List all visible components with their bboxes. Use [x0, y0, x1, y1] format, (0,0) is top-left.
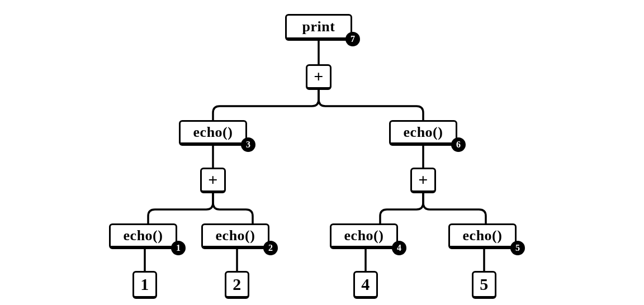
- eval-order-badge: 1: [171, 241, 186, 255]
- node-print-root: print: [285, 14, 352, 41]
- node-echo-4: echo(): [330, 223, 398, 249]
- node-literal-4: 4: [353, 271, 378, 299]
- node-label: +: [418, 171, 428, 188]
- tree-edges: [0, 0, 644, 305]
- node-echo-left: echo(): [179, 120, 247, 146]
- node-label: +: [314, 68, 324, 85]
- node-label: echo(): [216, 227, 255, 244]
- eval-order-badge: 4: [392, 241, 406, 255]
- eval-order-badge: 2: [263, 241, 278, 255]
- node-label: +: [208, 171, 218, 188]
- node-label: 5: [480, 275, 489, 294]
- eval-order-badge: 7: [345, 32, 360, 46]
- eval-order-badge: 6: [451, 137, 466, 152]
- node-echo-1: echo(): [109, 223, 177, 249]
- node-literal-5: 5: [472, 271, 496, 299]
- node-plus-right: +: [410, 168, 436, 193]
- node-label: 1: [140, 275, 149, 294]
- node-echo-5: echo(): [448, 223, 517, 249]
- node-label: echo(): [124, 227, 163, 244]
- node-label: print: [302, 18, 335, 35]
- node-label: echo(): [193, 124, 233, 141]
- node-label: echo(): [463, 227, 503, 244]
- node-literal-1: 1: [132, 271, 157, 299]
- node-label: 2: [233, 275, 242, 294]
- eval-order-badge: 5: [510, 241, 525, 255]
- node-plus-top: +: [306, 64, 332, 90]
- node-label: echo(): [404, 124, 443, 141]
- node-echo-2: echo(): [201, 223, 269, 249]
- eval-order-badge: 3: [241, 137, 255, 152]
- expression-tree-diagram: { "diagram": { "type": "expression-tree"…: [0, 0, 644, 305]
- node-label: 4: [361, 275, 370, 294]
- node-echo-right: echo(): [389, 120, 457, 146]
- node-label: echo(): [344, 227, 384, 244]
- node-plus-left: +: [200, 168, 226, 193]
- node-literal-2: 2: [225, 271, 249, 299]
